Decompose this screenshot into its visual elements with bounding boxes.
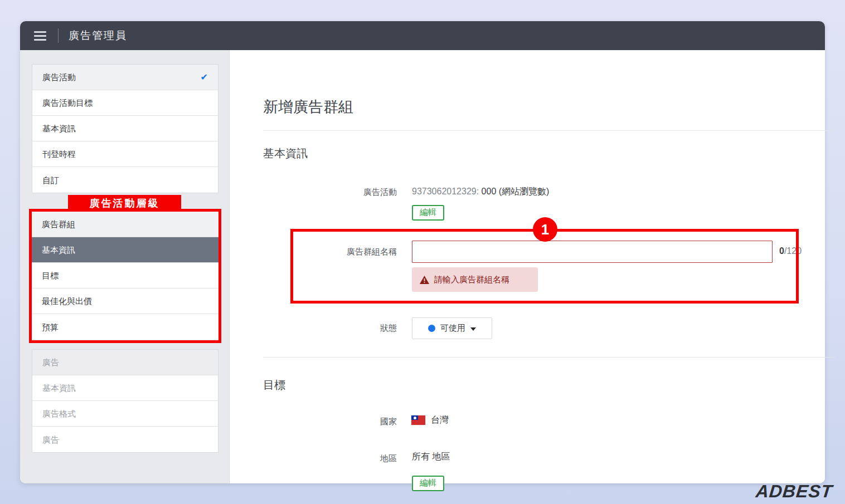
app-title: 廣告管理員 — [69, 28, 127, 43]
ad-nav-group: 廣告 基本資訊 廣告格式 廣告 — [32, 349, 218, 453]
country-field-label: 國家 — [263, 417, 397, 427]
adgroup-nav-group: 廣告群組 基本資訊 目標 最佳化與出價 預算 — [32, 212, 218, 340]
sidebar-item-schedule[interactable]: 刊登時程 — [32, 141, 218, 167]
sidebar-item-label: 目標 — [42, 263, 59, 288]
status-active-dot-icon — [428, 325, 435, 332]
sidebar-item-adgroup-targeting[interactable]: 目標 — [32, 263, 218, 288]
sidebar-item-ad-basic-info[interactable]: 基本資訊 — [32, 375, 218, 401]
sidebar-item-custom[interactable]: 自訂 — [32, 167, 218, 193]
campaign-nav-group: 廣告活動 ✔ 廣告活動目標 基本資訊 刊登時程 自訂 — [32, 64, 218, 193]
sidebar-item-ad[interactable]: 廣告 — [32, 350, 218, 375]
taiwan-flag-icon — [411, 415, 425, 425]
brand-logo: ADBEST — [755, 481, 833, 502]
sidebar-item-adgroup[interactable]: 廣告群組 — [32, 212, 218, 237]
country-name: 台灣 — [431, 414, 449, 426]
sidebar-item-label: 預算 — [42, 315, 59, 340]
top-bar: 廣告管理員 — [20, 21, 825, 50]
sidebar: 廣告活動 ✔ 廣告活動目標 基本資訊 刊登時程 自訂 廣告活動層級 — [20, 50, 230, 483]
targeting-section-title: 目標 — [263, 378, 285, 393]
sidebar-item-label: 基本資訊 — [42, 375, 76, 400]
region-field-value: 所有 地區 — [412, 451, 450, 463]
sidebar-item-label: 廣告群組 — [42, 212, 75, 237]
campaign-id: 9373062012329: — [412, 187, 479, 196]
annotation-box-sidebar: 廣告群組 基本資訊 目標 最佳化與出價 預算 — [29, 209, 221, 343]
sidebar-item-budget[interactable]: 預算 — [32, 314, 218, 340]
checkmark-icon: ✔ — [201, 65, 208, 90]
sidebar-item-label: 廣告活動 — [42, 65, 76, 90]
sidebar-item-label: 廣告 — [42, 350, 59, 375]
sidebar-item-label: 刊登時程 — [42, 141, 76, 167]
chevron-down-icon — [470, 327, 476, 331]
annotation-step-badge: 1 — [533, 217, 557, 242]
status-value: 可使用 — [440, 323, 465, 334]
annotation-label: 廣告活動層級 — [68, 195, 181, 212]
status-field-label: 狀態 — [263, 323, 397, 334]
sidebar-item-label: 廣告格式 — [42, 401, 76, 426]
section-divider — [263, 357, 835, 358]
edit-campaign-button[interactable]: 編輯 — [412, 205, 444, 221]
status-dropdown[interactable]: 可使用 — [412, 317, 492, 339]
sidebar-item-adgroup-basic-info-selected[interactable]: 基本資訊 — [32, 237, 218, 263]
sidebar-item-label: 基本資訊 — [42, 116, 76, 141]
sidebar-item-campaign[interactable]: 廣告活動 ✔ — [32, 65, 218, 90]
menu-icon[interactable] — [34, 31, 46, 41]
campaign-name: 000 (網站瀏覽數) — [482, 187, 550, 196]
sidebar-item-label: 自訂 — [42, 168, 59, 193]
page-title: 新增廣告群組 — [263, 97, 353, 117]
sidebar-item-campaign-goal[interactable]: 廣告活動目標 — [32, 90, 218, 116]
sidebar-item-ad-2[interactable]: 廣告 — [32, 427, 218, 452]
sidebar-item-optimization-bidding[interactable]: 最佳化與出價 — [32, 288, 218, 314]
country-field-value: 台灣 — [411, 414, 449, 426]
sidebar-item-label: 廣告活動目標 — [42, 90, 93, 115]
main-content: 新增廣告群組 基本資訊 廣告活動 9373062012329: 000 (網站瀏… — [230, 50, 825, 483]
topbar-divider — [58, 28, 59, 43]
basic-info-section-title: 基本資訊 — [263, 146, 308, 161]
campaign-field-label: 廣告活動 — [263, 187, 397, 198]
section-divider — [263, 130, 835, 131]
page-background: 廣告管理員 廣告活動 ✔ 廣告活動目標 基本資訊 刊登時程 自訂 — [0, 0, 845, 504]
campaign-field-value: 9373062012329: 000 (網站瀏覽數) — [412, 186, 549, 198]
edit-targeting-button[interactable]: 編輯 — [412, 476, 444, 491]
sidebar-item-label: 最佳化與出價 — [42, 288, 92, 314]
sidebar-item-label: 基本資訊 — [42, 237, 75, 262]
app-window: 廣告管理員 廣告活動 ✔ 廣告活動目標 基本資訊 刊登時程 自訂 — [20, 21, 825, 483]
sidebar-item-ad-format[interactable]: 廣告格式 — [32, 401, 218, 427]
sidebar-item-label: 廣告 — [42, 427, 59, 452]
sidebar-item-campaign-basic-info[interactable]: 基本資訊 — [32, 116, 218, 141]
region-field-label: 地區 — [263, 453, 397, 464]
